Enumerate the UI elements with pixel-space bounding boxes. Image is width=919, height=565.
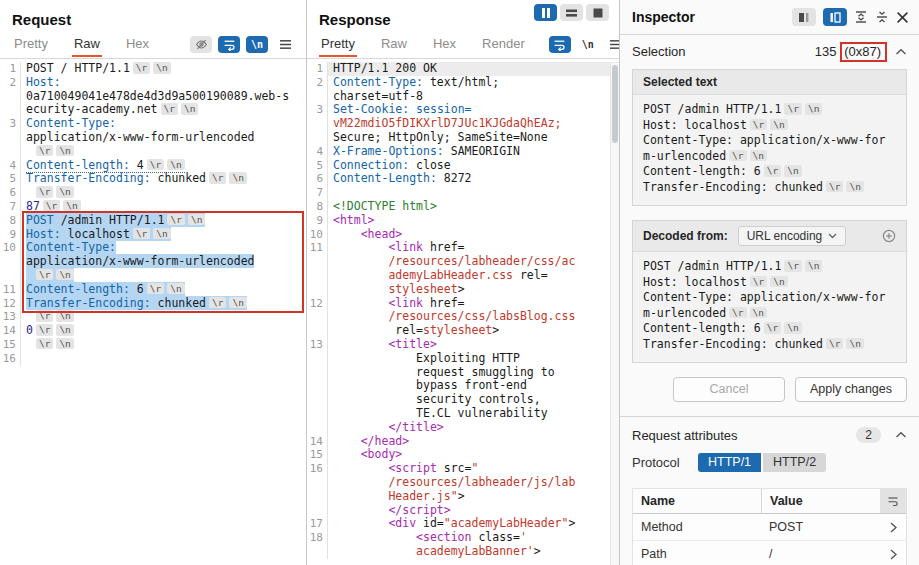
tab-render[interactable]: Render [480,31,527,57]
line-number: 3 [0,117,21,158]
code-line[interactable]: 8<!DOCTYPE html> [307,200,619,214]
code-line[interactable]: 4Content-length: 4\r\n [0,159,306,173]
code-line[interactable]: 12<link href=/resources/css/labsBlog.css… [307,297,619,338]
dock-left-layout-icon[interactable] [792,8,816,26]
crlf-badge: \n [784,322,801,334]
selected-text-content[interactable]: POST /admin HTTP/1.1\r\nHost: localhost\… [633,95,906,205]
request-editor[interactable]: 1POST / HTTP/1.1\r\n2Host:0a710049041e47… [0,59,306,565]
dock-right-layout-icon[interactable] [823,8,847,26]
decoded-card: Decoded from: URL encoding POST /admin H… [632,220,907,363]
code-line[interactable]: 787\r\n [0,200,306,214]
code-line[interactable]: 5Transfer-Encoding: chunked\r\n [0,172,306,186]
crlf-badge: \n [56,338,73,350]
response-menu-icon[interactable] [605,36,620,53]
protocol-row: Protocol HTTP/1HTTP/2 [620,451,919,484]
protocol-label: Protocol [632,455,698,470]
cancel-button[interactable]: Cancel [673,377,785,402]
request-attributes-header[interactable]: Request attributes 2 [620,417,919,451]
protocol-option-http2[interactable]: HTTP/2 [763,453,826,472]
show-newlines-icon[interactable]: \n [577,36,599,53]
close-inspector-icon[interactable] [896,11,909,24]
encoding-dropdown[interactable]: URL encoding [738,226,847,246]
soft-wrap-icon[interactable] [549,36,571,53]
code-line[interactable]: 7 [307,186,619,200]
chevron-up-icon[interactable] [895,431,907,439]
crlf-badge: \r [147,159,164,171]
code-line[interactable]: 9<html> [307,214,619,228]
line-number: 7 [0,200,21,214]
code-line[interactable]: 11Content-length: 6\r\n [0,283,306,297]
code-line[interactable]: 10<head> [307,228,619,242]
chevron-up-icon[interactable] [895,48,907,56]
code-line[interactable]: 2Content-Type: text/html;charset=utf-8 [307,76,619,104]
tab-pretty[interactable]: Pretty [12,31,50,57]
inspector-title: Inspector [632,9,695,25]
response-tabs: PrettyRawHexRender [319,31,549,57]
line-number: 15 [0,338,21,352]
code-line[interactable]: 15<body> [307,448,619,462]
code-line[interactable]: 2Host:0a710049041e478de4d3d9a500190089.w… [0,76,306,117]
crlf-badge: \r [36,145,53,157]
protocol-option-http1[interactable]: HTTP/1 [698,453,761,472]
hide-nonprintable-icon[interactable] [190,36,212,53]
code-line[interactable]: 13 \r\n [0,310,306,324]
code-line[interactable]: 140\r\n [0,324,306,338]
code-line[interactable]: 13<title>Exploiting HTTPrequest smugglin… [307,338,619,435]
code-line[interactable]: 4X-Frame-Options: SAMEORIGIN [307,145,619,159]
rows-layout-icon[interactable] [560,4,583,21]
show-newlines-icon[interactable]: \n [246,36,268,53]
code-line[interactable]: 18<section class='academyLabBanner'> [307,531,619,559]
crlf-badge: \n [846,181,863,193]
code-line[interactable]: 6Content-Length: 8272 [307,172,619,186]
tab-hex[interactable]: Hex [431,31,458,57]
apply-changes-button[interactable]: Apply changes [795,377,907,402]
code-line[interactable]: 10Content-Type:application/x-www-form-ur… [0,241,306,282]
code-line[interactable]: 9Host: localhost\r\n [0,228,306,242]
code-line[interactable]: 3Set-Cookie: session=vM22mdiO5fDIKXrlD7J… [307,103,619,144]
request-tabs: PrettyRawHex [12,31,173,57]
selected-text-card: Selected text POST /admin HTTP/1.1\r\nHo… [632,69,907,206]
protocol-toggle: HTTP/1HTTP/2 [698,453,826,472]
code-line[interactable]: 12Transfer-Encoding: chunked\r\n [0,297,306,311]
code-line[interactable]: 16<script src="/resources/labheader/js/l… [307,462,619,517]
expand-all-icon[interactable] [854,10,868,24]
line-number: 9 [0,228,21,242]
code-line[interactable]: 15 \r\n [0,338,306,352]
tab-raw[interactable]: Raw [72,31,102,57]
crlf-badge: \n [229,297,246,309]
line-number: 17 [307,517,328,531]
code-line[interactable]: 16 [0,352,306,366]
code-line[interactable]: 1POST / HTTP/1.1\r\n [0,62,306,76]
response-editor[interactable]: 1HTTP/1.1 200 OK2Content-Type: text/html… [307,59,619,565]
attribute-row-method[interactable]: MethodPOST [633,514,906,541]
code-line[interactable]: 3Content-Type:application/x-www-form-url… [0,117,306,158]
add-decoding-icon[interactable] [882,229,896,243]
code-line[interactable]: 11<link href=/resources/labheader/css/ac… [307,241,619,296]
line-number: 10 [0,241,21,282]
code-line[interactable]: 14</head> [307,435,619,449]
soft-wrap-icon[interactable] [218,36,240,53]
columns-layout-icon[interactable] [534,4,557,21]
scrollbar-thumb[interactable] [612,65,618,143]
table-wrap-icon[interactable] [880,489,906,513]
chevron-right-icon[interactable] [880,549,906,560]
tab-hex[interactable]: Hex [124,31,151,57]
request-menu-icon[interactable] [274,36,296,53]
collapse-all-icon[interactable] [875,10,889,24]
response-scrollbar[interactable] [610,63,619,565]
tab-pretty[interactable]: Pretty [319,31,357,57]
crlf-badge: \n [181,103,198,115]
decoded-content[interactable]: POST /admin HTTP/1.1\r\nHost: localhost\… [633,252,906,362]
single-layout-icon[interactable] [586,4,609,21]
crlf-badge: \n [750,150,767,162]
line-number: 5 [307,159,328,173]
code-line[interactable]: 17<div id="academyLabHeader"> [307,517,619,531]
chevron-right-icon[interactable] [880,522,906,533]
tab-raw[interactable]: Raw [379,31,409,57]
code-line[interactable]: 1HTTP/1.1 200 OK [307,62,619,76]
attribute-row-path[interactable]: Path/ [633,541,906,565]
selection-section-header[interactable]: Selection 135 (0x87) [620,35,919,65]
code-line[interactable]: 6 \r\n [0,186,306,200]
code-line[interactable]: 8POST /admin HTTP/1.1\r\n [0,214,306,228]
code-line[interactable]: 5Connection: close [307,159,619,173]
